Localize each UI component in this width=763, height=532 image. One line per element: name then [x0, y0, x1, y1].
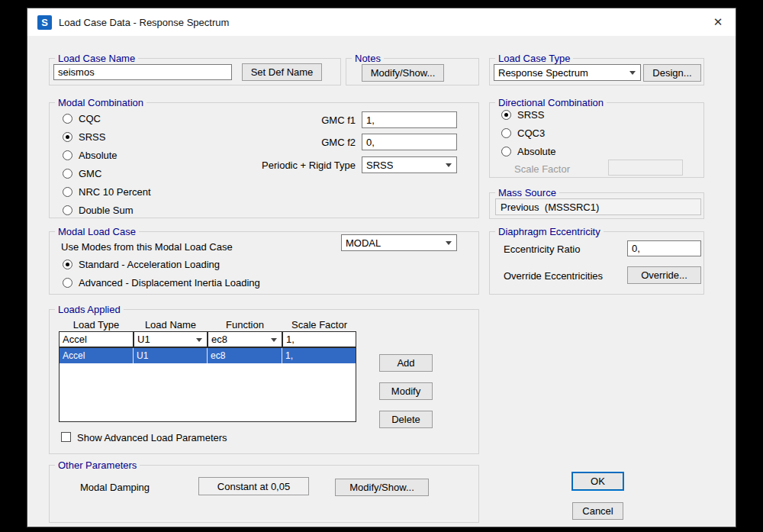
ok-button[interactable]: OK — [572, 472, 623, 490]
notes-modify-show-button[interactable]: Modify/Show... — [362, 64, 444, 82]
other-parameters-group: Other Parameters Modal Damping Constant … — [49, 465, 479, 523]
notes-group: Notes Modify/Show... — [346, 58, 479, 85]
modal-load-case-group-label: Modal Load Case — [55, 226, 139, 237]
radio-circle-icon — [501, 110, 511, 120]
edit-load-type-value: Accel — [63, 334, 87, 345]
gmc-f1-input[interactable] — [362, 111, 457, 128]
radio-gmc[interactable]: GMC — [63, 167, 101, 179]
radio-cqc3[interactable]: CQC3 — [501, 127, 545, 139]
scale-factor-label: Scale Factor — [514, 163, 570, 175]
app-icon: S — [37, 15, 52, 30]
cancel-button[interactable]: Cancel — [572, 502, 623, 520]
radio-srss[interactable]: SRSS — [63, 131, 105, 143]
radio-absolute-label: Absolute — [79, 150, 118, 161]
load-case-type-value: Response Spectrum — [498, 67, 588, 79]
close-icon[interactable]: ✕ — [700, 8, 736, 36]
use-modes-label: Use Modes from this Modal Load Case — [61, 241, 233, 253]
edit-scale-factor-cell[interactable] — [282, 331, 356, 347]
radio-advanced-label: Advanced - Displacement Inertia Loading — [79, 277, 260, 289]
override-eccentricities-label: Override Eccentricities — [504, 270, 603, 282]
loads-list[interactable]: Accel U1 ec8 1, — [59, 347, 356, 422]
edit-load-type-cell[interactable]: Accel — [59, 331, 134, 347]
chevron-down-icon — [196, 338, 202, 342]
load-case-type-dropdown[interactable]: Response Spectrum — [494, 64, 641, 81]
loads-list-row[interactable]: Accel U1 ec8 1, — [60, 348, 356, 363]
delete-button[interactable]: Delete — [379, 411, 433, 428]
directional-combination-group: Directional Combination SRSS CQC3 Absolu… — [489, 102, 704, 178]
directional-combination-group-label: Directional Combination — [495, 97, 607, 108]
row-scale-factor: 1, — [282, 348, 356, 363]
add-button[interactable]: Add — [379, 354, 433, 372]
radio-dir-absolute[interactable]: Absolute — [501, 145, 556, 157]
diaphragm-eccentricity-group: Diaphragm Eccentricity Eccentricity Rati… — [489, 231, 704, 295]
edit-scale-factor-input[interactable] — [283, 332, 356, 347]
chevron-down-icon — [271, 338, 277, 342]
edit-load-name-value: U1 — [137, 334, 150, 345]
edit-function-value: ec8 — [211, 334, 227, 345]
row-load-type: Accel — [60, 348, 134, 363]
edit-function-dropdown[interactable]: ec8 — [208, 331, 282, 347]
col-header-function: Function — [208, 319, 282, 330]
radio-double-sum[interactable]: Double Sum — [63, 204, 134, 216]
diaphragm-eccentricity-group-label: Diaphragm Eccentricity — [495, 226, 604, 237]
radio-advanced-displacement[interactable]: Advanced - Displacement Inertia Loading — [63, 276, 260, 289]
mass-source-group: Mass Source Previous (MSSSRC1) — [489, 192, 704, 219]
titlebar[interactable]: S Load Case Data - Response Spectrum ✕ — [27, 8, 736, 36]
modify-button[interactable]: Modify — [379, 382, 433, 400]
eccentricity-ratio-input[interactable] — [627, 240, 701, 256]
radio-gmc-label: GMC — [79, 168, 101, 179]
radio-circle-icon — [63, 205, 72, 215]
set-def-name-button[interactable]: Set Def Name — [242, 63, 322, 81]
edit-load-name-dropdown[interactable]: U1 — [134, 331, 208, 347]
load-case-name-input[interactable] — [53, 64, 232, 80]
chevron-down-icon — [629, 71, 636, 75]
radio-circle-icon — [501, 128, 511, 138]
radio-circle-icon — [63, 169, 72, 179]
radio-cqc[interactable]: CQC — [63, 112, 101, 124]
other-parameters-group-label: Other Parameters — [55, 459, 140, 471]
modal-load-case-value: MODAL — [346, 237, 381, 249]
radio-standard-acceleration[interactable]: Standard - Acceleration Loading — [63, 258, 220, 270]
radio-standard-label: Standard - Acceleration Loading — [79, 259, 220, 270]
show-advanced-label: Show Advanced Load Parameters — [77, 432, 227, 443]
modal-load-case-dropdown[interactable]: MODAL — [341, 234, 457, 251]
eccentricity-ratio-label: Eccentricity Ratio — [504, 243, 580, 255]
radio-circle-icon — [63, 114, 72, 124]
radio-circle-icon — [63, 132, 72, 142]
damping-modify-show-button[interactable]: Modify/Show... — [335, 479, 429, 496]
mass-source-group-label: Mass Source — [495, 187, 559, 198]
gmc-f2-label: GMC f2 — [240, 137, 356, 148]
radio-circle-icon — [63, 187, 72, 197]
radio-double-sum-label: Double Sum — [79, 205, 134, 216]
radio-nrc-label: NRC 10 Percent — [79, 186, 151, 198]
gmc-f1-label: GMC f1 — [240, 114, 356, 126]
periodic-rigid-type-value: SRSS — [366, 160, 393, 171]
chevron-down-icon — [446, 241, 452, 245]
mass-source-value: Previous (MSSSRC1) — [495, 198, 701, 215]
col-header-load-type: Load Type — [59, 319, 134, 330]
modal-damping-value: Constant at 0,05 — [198, 477, 309, 495]
load-case-type-group-label: Load Case Type — [495, 53, 573, 64]
override-button[interactable]: Override... — [627, 266, 701, 284]
loads-applied-group: Loads Applied Load Type Load Name Functi… — [49, 309, 479, 454]
show-advanced-checkbox[interactable] — [61, 432, 71, 442]
modal-combination-group-label: Modal Combination — [55, 97, 146, 108]
chevron-down-icon — [446, 163, 452, 167]
radio-dir-srss[interactable]: SRSS — [501, 108, 544, 121]
load-case-type-group: Load Case Type Response Spectrum Design.… — [489, 58, 704, 85]
load-case-name-group: Load Case Name Set Def Name — [49, 58, 341, 85]
notes-group-label: Notes — [352, 53, 384, 64]
radio-nrc-10-percent[interactable]: NRC 10 Percent — [63, 185, 151, 198]
radio-dir-absolute-label: Absolute — [517, 146, 556, 157]
gmc-f2-input[interactable] — [362, 134, 457, 150]
design-button[interactable]: Design... — [643, 64, 701, 82]
col-header-scale-factor: Scale Factor — [282, 319, 356, 330]
periodic-rigid-type-label: Periodic + Rigid Type — [240, 160, 356, 171]
loads-applied-group-label: Loads Applied — [55, 304, 124, 315]
window-title: Load Case Data - Response Spectrum — [59, 17, 229, 28]
radio-circle-icon — [63, 150, 72, 160]
radio-absolute[interactable]: Absolute — [63, 149, 118, 161]
col-header-load-name: Load Name — [134, 319, 208, 330]
periodic-rigid-type-dropdown[interactable]: SRSS — [362, 156, 457, 173]
row-function: ec8 — [208, 348, 282, 363]
